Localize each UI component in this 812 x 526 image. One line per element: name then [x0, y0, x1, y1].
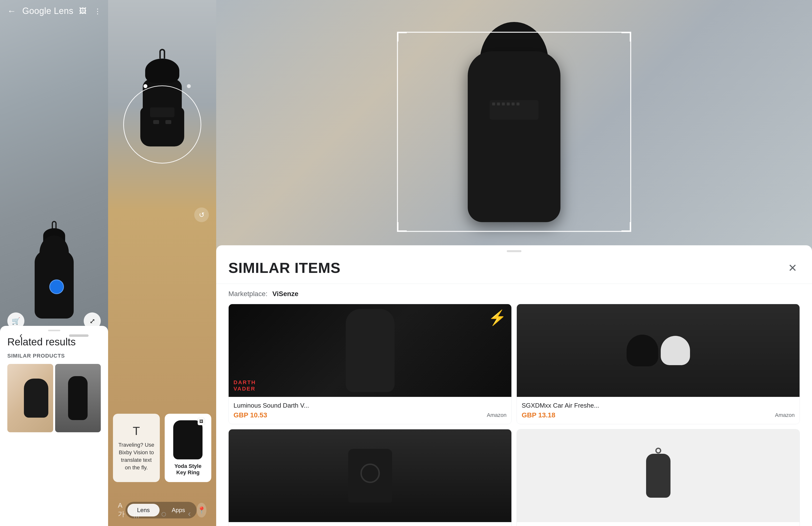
product-card-p4[interactable]: Star Wars Keychain GBP 8.49 Amazon	[517, 429, 800, 526]
nav-pill[interactable]	[69, 335, 89, 337]
product-grid	[0, 364, 108, 432]
lens-target-dot[interactable]	[49, 280, 64, 294]
keychain-ring	[655, 447, 661, 454]
product-poster-p1: ⚡ DARTHVADER	[229, 304, 511, 397]
suggestion-card-translate[interactable]: T Traveling? Use Bixby Vision to transla…	[113, 414, 160, 482]
product-card-image-2	[55, 364, 101, 432]
lens-dot-1	[144, 84, 147, 88]
marketplace-name: ViSenze	[272, 290, 299, 298]
image-icon[interactable]: 🖼	[77, 5, 88, 17]
panel2-bottom-navigation: A가 Lens Apps 📍	[108, 501, 216, 519]
figurine-helmet-2	[145, 59, 179, 83]
poster-text: DARTHVADER	[233, 379, 256, 392]
product-card-1[interactable]	[7, 364, 53, 432]
panel3-bottom-sheet: SIMILAR ITEMS ✕ Marketplace: ViSenze ⚡ D…	[216, 245, 812, 526]
product-store-p2: Amazon	[775, 412, 795, 418]
product-info-p3: Darth Vader Backpack GBP 15.99 Amazon	[229, 522, 511, 526]
header-icons: 🖼 ⋮	[77, 5, 103, 17]
product-image-p3	[229, 429, 511, 522]
product-bg-2	[55, 364, 101, 432]
panel2-camera-background: ↺ T Traveling? Use Bixby Vision to trans…	[108, 0, 216, 526]
keyring-card-title: Yoda Style Key Ring	[170, 463, 207, 476]
helmet-white	[661, 336, 690, 365]
price-row-p1: GBP 10.53 Amazon	[233, 411, 507, 419]
helmet-dark	[626, 335, 658, 366]
panel1-navigation: ‹	[0, 328, 108, 343]
product-card-p1[interactable]: ⚡ DARTHVADER Luminous Sound Darth V... G…	[228, 304, 512, 424]
similar-products-label: SIMILAR PRODUCTS	[0, 353, 108, 364]
product-image-p2	[517, 304, 800, 397]
corner-bottom-right	[621, 222, 631, 232]
panel1-screen: ← Google Lens 🖼 ⋮ 🛒 ⤢ R	[0, 0, 108, 526]
refresh-button[interactable]: ↺	[194, 208, 209, 222]
products-row2: Darth Vader Backpack GBP 15.99 Amazon	[216, 424, 812, 526]
product-store-p1: Amazon	[487, 412, 507, 418]
poster-figure	[346, 309, 394, 392]
keyring-dv-shape	[173, 420, 203, 459]
product-price-p2: GBP 13.18	[522, 411, 555, 419]
product-card-p2[interactable]: SGXDMxx Car Air Freshe... GBP 13.18 Amaz…	[517, 304, 800, 424]
nav-tabs: Lens Apps	[126, 502, 197, 518]
translate-icon: T	[133, 424, 140, 438]
similar-items-title: SIMILAR ITEMS	[228, 259, 340, 276]
backpack-shape	[348, 449, 392, 502]
panel3-camera-background	[216, 0, 812, 256]
cart-icon: 🛒	[12, 317, 20, 325]
location-button[interactable]: 📍	[197, 503, 206, 517]
product-bg-p4	[517, 429, 800, 522]
product-image-p1: ⚡ DARTHVADER	[229, 304, 511, 397]
corner-top-right	[621, 32, 631, 42]
panel3-screen: SIMILAR ITEMS ✕ Marketplace: ViSenze ⚡ D…	[216, 0, 812, 526]
panel1-camera-background: ← Google Lens 🖼 ⋮ 🛒 ⤢	[0, 0, 108, 333]
panel1-bottom-sheet: Related results SIMILAR PRODUCTS	[0, 326, 108, 526]
product-price-p1: GBP 10.53	[233, 411, 267, 419]
darth-vader-figurine-1	[30, 236, 78, 318]
product-card-p3[interactable]: Darth Vader Backpack GBP 15.99 Amazon	[228, 429, 512, 526]
product-figure-1	[24, 379, 48, 418]
backpack-emblem	[360, 464, 380, 483]
product-card-2[interactable]	[55, 364, 101, 432]
back-button[interactable]: ←	[5, 3, 18, 18]
product-bg-p2	[517, 304, 800, 397]
keychain-figure	[646, 454, 670, 498]
corner-bottom-left	[397, 222, 407, 232]
app-title: Google Lens	[22, 6, 73, 16]
product-figure-2	[68, 376, 88, 420]
product-name-p2: SGXDMxx Car Air Freshe...	[522, 402, 795, 409]
back-nav-button[interactable]: ‹	[19, 330, 23, 341]
language-button[interactable]: A가	[118, 501, 126, 519]
crop-icon: ⤢	[89, 317, 95, 325]
product-image-p4	[517, 429, 800, 522]
product-info-p2: SGXDMxx Car Air Freshe... GBP 13.18 Amaz…	[517, 397, 800, 424]
close-button[interactable]: ✕	[785, 261, 800, 275]
panel1-header: ← Google Lens 🖼 ⋮	[0, 0, 108, 22]
figurine-hook-2	[159, 49, 165, 59]
lightning-icon: ⚡	[488, 309, 507, 326]
product-bg-1	[7, 364, 53, 432]
suggestion-card-text: Traveling? Use Bixby Vision to translate…	[118, 441, 155, 471]
lens-tab[interactable]: Lens	[127, 504, 160, 516]
product-info-p1: Luminous Sound Darth V... GBP 10.53 Amaz…	[229, 397, 511, 424]
panel2-screen: ↺ T Traveling? Use Bixby Vision to trans…	[108, 0, 216, 526]
corner-top-left	[397, 32, 407, 42]
lens-selection-circle	[123, 85, 201, 164]
keyring-figure: 🖼	[173, 420, 203, 459]
marketplace-label: Marketplace:	[228, 290, 267, 298]
picture-icon: 🖼	[198, 418, 205, 425]
price-row-p2: GBP 13.18 Amazon	[522, 411, 795, 419]
lens-dot-2	[187, 84, 191, 88]
product-card-image-1	[7, 364, 53, 432]
product-bg-p3	[229, 429, 511, 522]
suggestion-card-keyring[interactable]: 🖼 Yoda Style Key Ring	[165, 414, 212, 482]
apps-tab[interactable]: Apps	[162, 504, 195, 516]
marketplace-row: Marketplace: ViSenze	[216, 284, 812, 304]
product-name-p1: Luminous Sound Darth V...	[233, 402, 507, 409]
similar-items-header: SIMILAR ITEMS ✕	[216, 259, 812, 284]
products-grid: ⚡ DARTHVADER Luminous Sound Darth V... G…	[216, 304, 812, 424]
product-info-p4: Star Wars Keychain GBP 8.49 Amazon	[517, 522, 800, 526]
selection-box	[397, 32, 631, 232]
more-menu-icon[interactable]: ⋮	[92, 5, 103, 17]
panel2-suggestion-cards: T Traveling? Use Bixby Vision to transla…	[108, 414, 216, 482]
